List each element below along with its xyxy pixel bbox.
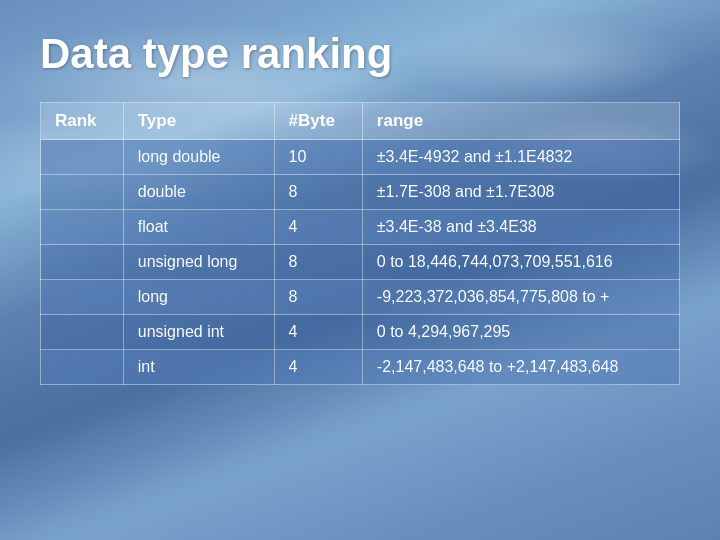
cell-rank xyxy=(41,140,124,175)
cell-range: 0 to 4,294,967,295 xyxy=(362,315,679,350)
cell-rank xyxy=(41,280,124,315)
cell-type: float xyxy=(123,210,274,245)
cell-bytes: 8 xyxy=(274,245,362,280)
cell-bytes: 8 xyxy=(274,280,362,315)
cell-rank xyxy=(41,245,124,280)
table-body: long double10±3.4E-4932 and ±1.1E4832dou… xyxy=(41,140,680,385)
col-header-bytes: #Byte xyxy=(274,103,362,140)
page-title: Data type ranking xyxy=(40,30,680,78)
table-row: float4±3.4E-38 and ±3.4E38 xyxy=(41,210,680,245)
cell-range: ±1.7E-308 and ±1.7E308 xyxy=(362,175,679,210)
table-header: Rank Type #Byte range xyxy=(41,103,680,140)
page-content: Data type ranking Rank Type #Byte range … xyxy=(0,0,720,415)
cell-bytes: 8 xyxy=(274,175,362,210)
cell-range: -2,147,483,648 to +2,147,483,648 xyxy=(362,350,679,385)
cell-range: -9,223,372,036,854,775,808 to + xyxy=(362,280,679,315)
cell-type: unsigned long xyxy=(123,245,274,280)
cell-type: long double xyxy=(123,140,274,175)
cell-range: 0 to 18,446,744,073,709,551,616 xyxy=(362,245,679,280)
table-row: unsigned int40 to 4,294,967,295 xyxy=(41,315,680,350)
table-row: int4-2,147,483,648 to +2,147,483,648 xyxy=(41,350,680,385)
table-row: long double10±3.4E-4932 and ±1.1E4832 xyxy=(41,140,680,175)
cell-rank xyxy=(41,175,124,210)
cell-rank xyxy=(41,315,124,350)
cell-bytes: 4 xyxy=(274,350,362,385)
cell-range: ±3.4E-4932 and ±1.1E4832 xyxy=(362,140,679,175)
table-row: unsigned long80 to 18,446,744,073,709,55… xyxy=(41,245,680,280)
table-row: double8±1.7E-308 and ±1.7E308 xyxy=(41,175,680,210)
cell-range: ±3.4E-38 and ±3.4E38 xyxy=(362,210,679,245)
cell-type: long xyxy=(123,280,274,315)
cell-bytes: 4 xyxy=(274,210,362,245)
col-header-type: Type xyxy=(123,103,274,140)
cell-bytes: 10 xyxy=(274,140,362,175)
header-row: Rank Type #Byte range xyxy=(41,103,680,140)
data-type-table: Rank Type #Byte range long double10±3.4E… xyxy=(40,102,680,385)
cell-rank xyxy=(41,350,124,385)
col-header-rank: Rank xyxy=(41,103,124,140)
cell-type: int xyxy=(123,350,274,385)
table-row: long8-9,223,372,036,854,775,808 to + xyxy=(41,280,680,315)
cell-bytes: 4 xyxy=(274,315,362,350)
cell-rank xyxy=(41,210,124,245)
col-header-range: range xyxy=(362,103,679,140)
cell-type: double xyxy=(123,175,274,210)
cell-type: unsigned int xyxy=(123,315,274,350)
